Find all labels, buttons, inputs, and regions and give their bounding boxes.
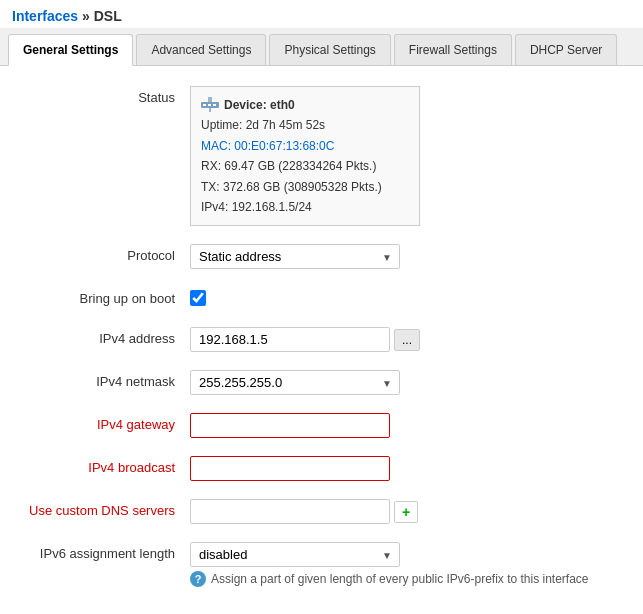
ipv4-address-btn[interactable]: ... xyxy=(394,329,420,351)
status-label: Status xyxy=(20,86,190,105)
status-rx: RX: 69.47 GB (228334264 Pkts.) xyxy=(201,156,409,176)
ipv6-select-wrapper: disabled 48 56 60 62 63 64 xyxy=(190,542,400,567)
ipv4-gateway-label: IPv4 gateway xyxy=(20,413,190,432)
tab-dhcp[interactable]: DHCP Server xyxy=(515,34,617,65)
ipv4-netmask-select-wrapper: 255.255.255.0 255.255.0.0 255.0.0.0 xyxy=(190,370,400,395)
ipv4-broadcast-row: IPv4 broadcast xyxy=(20,456,623,481)
page-wrapper: Interfaces » DSL General Settings Advanc… xyxy=(0,0,643,614)
ipv4-address-input-group: ... xyxy=(190,327,623,352)
status-value: Device: eth0 Uptime: 2d 7h 45m 52s MAC: … xyxy=(190,86,623,226)
ipv6-help-message: Assign a part of given length of every p… xyxy=(211,572,589,586)
ipv6-select[interactable]: disabled 48 56 60 62 63 64 xyxy=(190,542,400,567)
protocol-select-wrapper: Static address DHCP client PPPoE Unmanag… xyxy=(190,244,400,269)
ipv4-address-control: ... xyxy=(190,327,623,352)
ipv4-gateway-control xyxy=(190,413,623,438)
ipv4-netmask-label: IPv4 netmask xyxy=(20,370,190,389)
dns-label: Use custom DNS servers xyxy=(20,499,190,518)
help-icon: ? xyxy=(190,571,206,587)
svg-rect-4 xyxy=(208,97,212,102)
ipv4-address-input[interactable] xyxy=(190,327,390,352)
ipv6-control: disabled 48 56 60 62 63 64 ? Assign a pa… xyxy=(190,542,623,587)
protocol-control: Static address DHCP client PPPoE Unmanag… xyxy=(190,244,623,269)
boot-control xyxy=(190,287,623,309)
status-ipv4: IPv4: 192.168.1.5/24 xyxy=(201,197,409,217)
ipv6-help-text: ? Assign a part of given length of every… xyxy=(190,571,623,587)
status-tx: TX: 372.68 GB (308905328 Pkts.) xyxy=(201,177,409,197)
ipv4-gateway-row: IPv4 gateway xyxy=(20,413,623,438)
ipv6-row: IPv6 assignment length disabled 48 56 60… xyxy=(20,542,623,587)
boot-row: Bring up on boot xyxy=(20,287,623,309)
dns-row: Use custom DNS servers + xyxy=(20,499,623,524)
status-box: Device: eth0 Uptime: 2d 7h 45m 52s MAC: … xyxy=(190,86,420,226)
ipv4-netmask-select[interactable]: 255.255.255.0 255.255.0.0 255.0.0.0 xyxy=(190,370,400,395)
tab-general[interactable]: General Settings xyxy=(8,34,133,66)
dns-add-button[interactable]: + xyxy=(394,501,418,523)
ipv4-netmask-row: IPv4 netmask 255.255.255.0 255.255.0.0 2… xyxy=(20,370,623,395)
ipv4-address-label: IPv4 address xyxy=(20,327,190,346)
tab-advanced[interactable]: Advanced Settings xyxy=(136,34,266,65)
content-area: Status Device: eth0 xyxy=(0,66,643,614)
breadcrumb-current: DSL xyxy=(94,8,122,24)
ipv4-broadcast-control xyxy=(190,456,623,481)
svg-rect-1 xyxy=(203,104,206,106)
boot-label: Bring up on boot xyxy=(20,287,190,306)
status-mac: MAC: 00:E0:67:13:68:0C xyxy=(201,136,409,156)
status-device: Device: eth0 xyxy=(224,95,295,115)
status-uptime: Uptime: 2d 7h 45m 52s xyxy=(201,115,409,135)
dns-input-group: + xyxy=(190,499,623,524)
breadcrumb: Interfaces » DSL xyxy=(0,0,643,28)
tabs-bar: General Settings Advanced Settings Physi… xyxy=(0,28,643,66)
dns-input[interactable] xyxy=(190,499,390,524)
ipv4-address-row: IPv4 address ... xyxy=(20,327,623,352)
breadcrumb-parent[interactable]: Interfaces xyxy=(12,8,78,24)
ipv4-netmask-control: 255.255.255.0 255.255.0.0 255.0.0.0 xyxy=(190,370,623,395)
ipv4-broadcast-input[interactable] xyxy=(190,456,390,481)
protocol-label: Protocol xyxy=(20,244,190,263)
dns-control: + xyxy=(190,499,623,524)
tab-firewall[interactable]: Firewall Settings xyxy=(394,34,512,65)
svg-rect-2 xyxy=(208,104,211,106)
svg-rect-5 xyxy=(209,108,211,112)
breadcrumb-separator: » xyxy=(82,8,90,24)
svg-rect-3 xyxy=(213,104,216,106)
tab-physical[interactable]: Physical Settings xyxy=(269,34,390,65)
protocol-select[interactable]: Static address DHCP client PPPoE Unmanag… xyxy=(190,244,400,269)
status-row: Status Device: eth0 xyxy=(20,86,623,226)
ipv4-gateway-input[interactable] xyxy=(190,413,390,438)
protocol-row: Protocol Static address DHCP client PPPo… xyxy=(20,244,623,269)
boot-checkbox[interactable] xyxy=(190,290,206,306)
ipv6-label: IPv6 assignment length xyxy=(20,542,190,561)
network-icon xyxy=(201,97,219,113)
status-device-line: Device: eth0 xyxy=(201,95,409,115)
ipv4-broadcast-label: IPv4 broadcast xyxy=(20,456,190,475)
